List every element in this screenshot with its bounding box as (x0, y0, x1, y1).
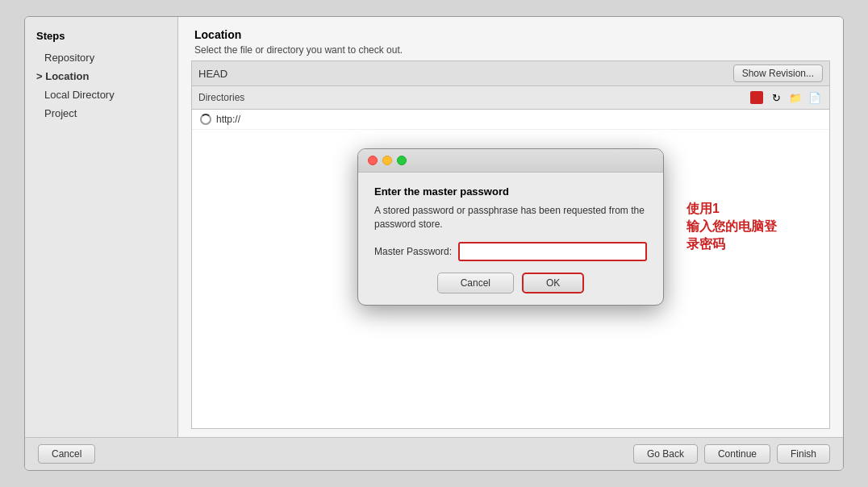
go-back-button[interactable]: Go Back (633, 444, 698, 464)
main-window: Steps Repository Location Local Director… (24, 16, 844, 471)
sidebar-item-project[interactable]: Project (25, 104, 177, 123)
close-dot[interactable] (368, 156, 378, 165)
sidebar-item-local-directory[interactable]: Local Directory (25, 85, 177, 104)
minimize-dot[interactable] (382, 156, 392, 165)
dialog-description: A stored password or passphrase has been… (374, 204, 647, 231)
cancel-button[interactable]: Cancel (437, 273, 514, 293)
continue-button[interactable]: Continue (704, 444, 770, 464)
bottom-cancel-button[interactable]: Cancel (38, 444, 95, 464)
maximize-dot[interactable] (397, 156, 407, 165)
dialog-actions: Cancel OK (374, 273, 647, 293)
dialog-body: Enter the master password A stored passw… (358, 173, 663, 306)
sidebar-item-location[interactable]: Location (25, 67, 177, 85)
window-content: Steps Repository Location Local Director… (25, 17, 843, 437)
annotation-text: 使用1 输入您的电脑登 录密码 (686, 200, 777, 254)
titlebar-dots (368, 156, 407, 165)
annotation-wrapper: Enter the master password A stored passw… (357, 148, 664, 306)
finish-button[interactable]: Finish (777, 444, 830, 464)
master-password-dialog: Enter the master password A stored passw… (357, 148, 664, 306)
dialog-titlebar (358, 149, 663, 173)
dialog-overlay: Enter the master password A stored passw… (178, 17, 843, 437)
sidebar-item-repository[interactable]: Repository (25, 48, 177, 67)
bottom-bar-right: Go Back Continue Finish (633, 444, 830, 464)
password-field-row: Master Password: (374, 242, 647, 261)
dialog-title: Enter the master password (374, 185, 647, 198)
bottom-bar: Cancel Go Back Continue Finish (25, 437, 843, 470)
password-label: Master Password: (374, 246, 452, 257)
sidebar: Steps Repository Location Local Director… (25, 17, 178, 437)
ok-button[interactable]: OK (522, 273, 584, 293)
master-password-input[interactable] (458, 242, 647, 261)
sidebar-title: Steps (25, 27, 177, 48)
main-area: Location Select the file or directory yo… (178, 17, 843, 437)
